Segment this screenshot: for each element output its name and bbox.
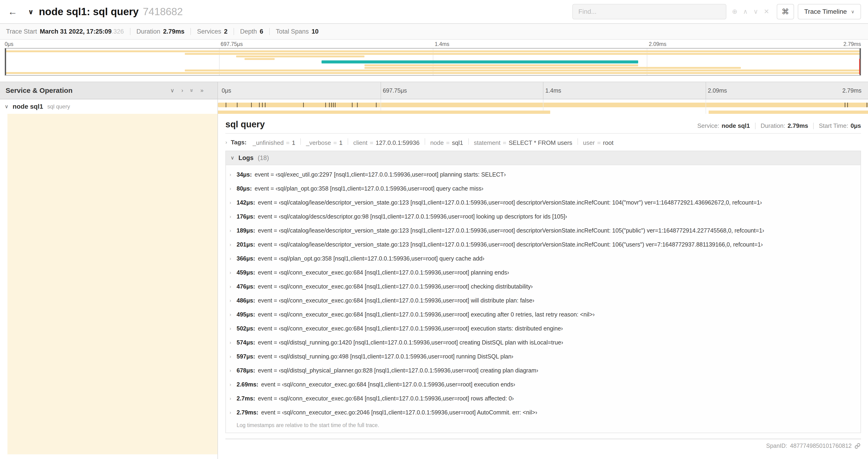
summary-item-value: 10 — [311, 28, 318, 35]
log-row[interactable]: ›495μs:event = ‹sql/conn_executor_exec.g… — [229, 307, 857, 321]
log-message: event = ‹sql/exec_util.go:2297 [nsql1,cl… — [254, 171, 506, 178]
minimap-span-bar — [365, 67, 741, 69]
log-row[interactable]: ›2.7ms:event = ‹sql/conn_executor_exec.g… — [229, 391, 857, 405]
collapse-one-level-button[interactable]: › — [181, 87, 183, 94]
logs-header[interactable]: ∨ Logs (18) — [226, 151, 861, 165]
chevron-right-icon: › — [229, 382, 237, 387]
summary-item-label: Depth — [240, 28, 257, 35]
chevron-right-icon: › — [229, 298, 237, 303]
find-input[interactable] — [572, 4, 726, 19]
tags-accordian[interactable]: › Tags: _unfinished=1_verbose=1client=12… — [225, 138, 861, 146]
log-row[interactable]: ›597μs:event = ‹sql/distsql_running.go:4… — [229, 349, 857, 363]
ruler-tick-label: 2.79ms — [842, 87, 862, 94]
minimap-scrubber-handle[interactable] — [5, 48, 6, 75]
trace-view-selector-button[interactable]: Trace Timeline ∨ — [798, 4, 861, 19]
tag-key: user — [583, 139, 595, 146]
summary-item: Trace StartMarch 31 2022, 17:25:09.326 — [6, 28, 124, 35]
log-row[interactable]: ›678μs:event = ‹sql/distsql_physical_pla… — [229, 363, 857, 378]
minimap-canvas[interactable] — [5, 48, 861, 75]
log-row[interactable]: ›459μs:event = ‹sql/conn_executor_exec.g… — [229, 265, 857, 280]
log-row[interactable]: ›201μs:event = ‹sql/catalog/lease/descri… — [229, 237, 857, 252]
top-bar-actions: ⊕ ∧ ∨ ✕ ⌘ Trace Timeline ∨ — [572, 4, 861, 19]
log-message: event = ‹sql/distsql_running.go:1420 [ns… — [258, 339, 563, 346]
log-timestamp: 366μs: — [237, 255, 255, 262]
log-row[interactable]: ›2.69ms:event = ‹sql/conn_executor_exec.… — [229, 378, 857, 391]
log-timestamp: 201μs: — [237, 241, 255, 248]
log-message: event = ‹sql/catalog/descs/descriptor.go… — [258, 213, 567, 220]
summary-item-label: Total Spans — [276, 28, 309, 35]
log-row[interactable]: ›176μs:event = ‹sql/catalog/descs/descri… — [229, 209, 857, 223]
log-row[interactable]: ›476μs:event = ‹sql/conn_executor_exec.g… — [229, 280, 857, 293]
deep-link-icon[interactable] — [855, 443, 861, 449]
ruler-gridline — [380, 82, 381, 99]
minimap-span-bar — [185, 53, 861, 55]
log-timestamp: 142μs: — [237, 199, 255, 206]
log-row[interactable]: ›574μs:event = ‹sql/distsql_running.go:1… — [229, 335, 857, 349]
log-row[interactable]: ›366μs:event = ‹sql/plan_opt.go:358 [nsq… — [229, 252, 857, 265]
collapse-all-button[interactable]: » — [200, 87, 204, 94]
log-row[interactable]: ›502μs:event = ‹sql/conn_executor_exec.g… — [229, 321, 857, 335]
minimap-tick-label: 2.09ms — [649, 41, 666, 47]
keyboard-shortcuts-button[interactable]: ⌘ — [777, 4, 794, 19]
log-row[interactable]: ›80μs:event = ‹sql/plan_opt.go:358 [nsql… — [229, 182, 857, 195]
log-timestamp: 189μs: — [237, 227, 255, 234]
meta-value: node sql1 — [721, 122, 750, 129]
log-marker-tick — [335, 103, 336, 107]
tag-value: root — [603, 139, 614, 146]
span-detail-color-block — [7, 114, 217, 454]
span-collapse-chevron-icon[interactable]: ∨ — [5, 104, 8, 110]
expand-all-button[interactable]: » — [189, 89, 195, 92]
span-id-label: SpanID: — [766, 442, 787, 449]
find-clear-icon[interactable]: ✕ — [764, 8, 769, 15]
chevron-right-icon: › — [229, 172, 237, 177]
minimap-span-bar — [321, 60, 638, 63]
meta-divider — [813, 123, 814, 129]
tags-list: _unfinished=1_verbose=1client=127.0.0.1:… — [253, 138, 614, 146]
timeline-ruler[interactable]: 0μs697.75μs1.4ms2.09ms2.79ms — [218, 82, 868, 99]
log-marker-tick — [325, 103, 326, 107]
log-marker-tick — [376, 103, 377, 107]
log-message: event = ‹sql/conn_executor_exec.go:2046 … — [261, 409, 537, 416]
back-button[interactable]: ← — [5, 4, 21, 20]
chevron-right-icon: › — [229, 340, 237, 345]
trace-summary-bar: Trace StartMarch 31 2022, 17:25:09.326Du… — [0, 24, 868, 40]
span-row-track[interactable] — [218, 99, 868, 114]
minimap-span-bar — [185, 69, 861, 71]
log-message: event = ‹sql/plan_opt.go:358 [nsql1,clie… — [254, 185, 484, 192]
ruler-gridline — [543, 82, 544, 99]
find-prev-icon[interactable]: ∧ — [743, 8, 748, 15]
expand-one-level-button[interactable]: ∨ — [170, 87, 175, 94]
find-zoom-icon[interactable]: ⊕ — [732, 8, 737, 15]
chevron-right-icon: › — [229, 270, 237, 275]
log-row[interactable]: ›34μs:event = ‹sql/exec_util.go:2297 [ns… — [229, 167, 857, 182]
tag-equals: = — [446, 139, 450, 146]
logs-footnote: Log timestamps are relative to the start… — [226, 419, 861, 433]
log-row[interactable]: ›189μs:event = ‹sql/catalog/lease/descri… — [229, 223, 857, 237]
tag-key: node — [430, 139, 444, 146]
summary-item: Total Spans10 — [276, 28, 318, 35]
page-title: node sql1: sql query7418682 — [39, 6, 183, 18]
log-message: event = ‹sql/catalog/lease/descriptor_ve… — [258, 227, 764, 234]
find-next-icon[interactable]: ∨ — [753, 8, 758, 15]
logs-title: Logs — [239, 154, 254, 162]
collapse-header-chevron-icon[interactable]: ∨ — [28, 8, 34, 16]
minimap-tick-label: 2.79ms — [843, 41, 861, 47]
log-timestamp: 678μs: — [237, 367, 255, 374]
log-marker-tick — [352, 103, 352, 107]
chevron-down-icon: ∨ — [230, 155, 234, 161]
logs-list: ›34μs:event = ‹sql/exec_util.go:2297 [ns… — [226, 165, 861, 419]
tag-key: _verbose — [306, 139, 331, 146]
log-message: event = ‹sql/conn_executor_exec.go:684 [… — [258, 325, 563, 332]
timeline-gridline — [706, 99, 706, 114]
child-span-bar — [218, 110, 550, 114]
summary-item-label: Trace Start — [6, 28, 37, 35]
summary-item: Services2 — [197, 28, 227, 35]
log-row[interactable]: ›2.79ms:event = ‹sql/conn_executor_exec.… — [229, 405, 857, 419]
log-row[interactable]: ›486μs:event = ‹sql/conn_executor_exec.g… — [229, 293, 857, 307]
span-id-value: 4877749850101760812 — [790, 442, 852, 449]
timeline-header-row: Service & Operation ∨ › » » 0μs697.75μs1… — [0, 81, 868, 99]
log-row[interactable]: ›142μs:event = ‹sql/catalog/lease/descri… — [229, 195, 857, 209]
log-message: event = ‹sql/conn_executor_exec.go:684 [… — [258, 395, 514, 402]
span-row-name-cell[interactable]: ∨ node sql1 sql query — [0, 99, 218, 114]
ruler-gridline — [706, 82, 706, 99]
